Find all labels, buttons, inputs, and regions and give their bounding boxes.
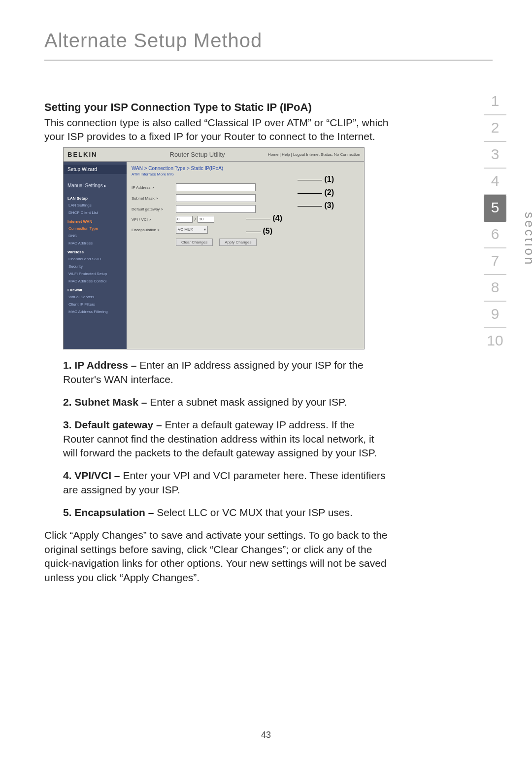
router-sidebar: Setup Wizard Manual Settings ▸ LAN Setup… [64, 162, 127, 349]
sidebar-item: DHCP Client List [64, 209, 127, 216]
sidebar-item: Virtual Servers [64, 293, 127, 301]
section-tab-5[interactable]: 5 [484, 195, 506, 222]
sidebar-item: LAN Settings [64, 202, 127, 209]
section-tab-6[interactable]: 6 [484, 222, 506, 248]
vpi-field-b[interactable]: 38 [198, 216, 214, 223]
section-heading: Setting your ISP Connection Type to Stat… [44, 100, 399, 115]
section-tab-2[interactable]: 2 [484, 115, 506, 142]
section-tab-9[interactable]: 9 [484, 302, 506, 328]
sidebar-item: Client IP Filters [64, 301, 127, 308]
vpi-field-a[interactable]: 0 [176, 216, 193, 223]
lead-5: 5. Encapsulation – [63, 507, 157, 518]
ip-field[interactable] [176, 183, 256, 191]
section-tab-8[interactable]: 8 [484, 275, 506, 302]
callout-5: (5) [246, 227, 272, 236]
text-2: Enter a subnet mask assigned by your ISP… [150, 396, 347, 408]
sidebar-item: Security [64, 263, 127, 270]
clear-button[interactable]: Clear Changes [176, 239, 213, 246]
lead-2: 2. Subnet Mask – [63, 396, 150, 408]
lead-3: 3. Default gateway – [63, 419, 165, 430]
sidebar-item: MAC Address Filtering [64, 308, 127, 315]
sidebar-item: Wi-Fi Protected Setup [64, 270, 127, 277]
intro-text: This connection type is also called “Cla… [44, 117, 388, 142]
section-tab-3[interactable]: 3 [484, 142, 506, 169]
utility-title: Router Setup Utility [127, 151, 268, 158]
gw-field[interactable] [176, 205, 256, 213]
sidebar-item: Channel and SSID [64, 255, 127, 263]
label-mask: Subnet Mask > [132, 196, 176, 201]
page-number: 43 [0, 730, 532, 740]
lead-4: 4. VPI/VCI – [63, 470, 123, 481]
enc-select[interactable]: VC MUX [176, 226, 208, 234]
callout-4: (4) [246, 214, 282, 223]
label-gw: Default gateway > [132, 207, 176, 211]
callout-1: (1) [298, 175, 334, 184]
cat-wan: Internet WAN [64, 216, 127, 225]
cat-wireless: Wireless [64, 247, 127, 255]
sidebar-item: Connection Type [64, 225, 127, 232]
section-tab-7[interactable]: 7 [484, 248, 506, 275]
callout-2: (2) [298, 188, 334, 197]
section-tab-4[interactable]: 4 [484, 169, 506, 195]
top-links: Home | Help | Logout Internet Status: No… [268, 152, 360, 157]
router-screenshot: BELKIN Router Setup Utility Home | Help … [63, 147, 365, 349]
callout-3: (3) [298, 201, 334, 210]
section-tab-10[interactable]: 10 [484, 328, 506, 354]
label-enc: Encapsulation > [132, 228, 176, 232]
label-ip: IP Address > [132, 185, 176, 190]
cat-firewall: Firewall [64, 285, 127, 293]
closing-text: Click “Apply Changes” to save and activa… [44, 528, 389, 584]
intro-block: Setting your ISP Connection Type to Stat… [44, 100, 399, 143]
sidebar-item: MAC Address Control [64, 277, 127, 285]
section-tab-1[interactable]: 1 [484, 89, 506, 115]
lead-1: 1. IP Address – [63, 359, 139, 371]
sidebar-item: DNS [64, 232, 127, 240]
cat-lan: LAN Setup [64, 193, 127, 202]
apply-button[interactable]: Apply Changes [219, 239, 257, 246]
label-vpi: VPI / VCI > [132, 217, 176, 222]
wizard-header: Setup Wizard [64, 165, 127, 174]
sidebar-item: MAC Address [64, 240, 127, 247]
manual-settings: Manual Settings ▸ [64, 181, 127, 190]
page-title: Alternate Setup Method [44, 30, 493, 61]
mask-field[interactable] [176, 194, 256, 202]
section-tabs: section 12345678910 [473, 89, 517, 354]
breadcrumb: WAN > Connection Type > Static IP(IPoA) [132, 166, 359, 171]
text-5: Select LLC or VC MUX that your ISP uses. [157, 507, 353, 518]
section-label: section [522, 212, 532, 266]
definition-list: 1. IP Address – Enter an IP address assi… [63, 358, 388, 519]
belkin-logo: BELKIN [67, 151, 127, 158]
